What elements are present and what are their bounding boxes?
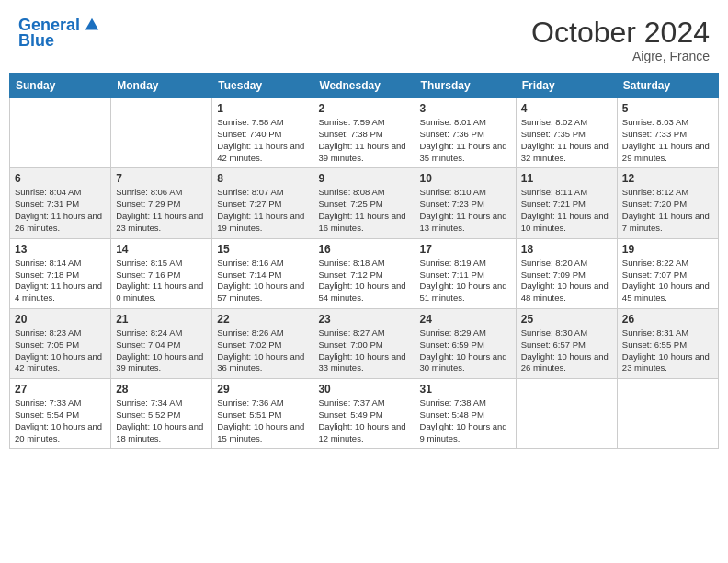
calendar-week-row: 6Sunrise: 8:04 AMSunset: 7:31 PMDaylight…: [10, 168, 719, 238]
day-number: 7: [116, 172, 207, 185]
svg-marker-0: [85, 18, 98, 30]
calendar-cell: 4Sunrise: 8:02 AMSunset: 7:35 PMDaylight…: [516, 98, 617, 168]
day-info: Sunrise: 8:08 AMSunset: 7:25 PMDaylight:…: [318, 187, 409, 234]
calendar-cell: 28Sunrise: 7:34 AMSunset: 5:52 PMDayligh…: [111, 379, 212, 449]
weekday-header: Monday: [111, 74, 212, 98]
day-number: 13: [15, 243, 106, 256]
day-number: 30: [318, 383, 409, 396]
day-info: Sunrise: 8:07 AMSunset: 7:27 PMDaylight:…: [217, 187, 308, 234]
day-info: Sunrise: 8:29 AMSunset: 6:59 PMDaylight:…: [420, 327, 511, 374]
calendar-cell: 27Sunrise: 7:33 AMSunset: 5:54 PMDayligh…: [10, 379, 111, 449]
calendar-cell: 11Sunrise: 8:11 AMSunset: 7:21 PMDayligh…: [516, 168, 617, 238]
day-number: 23: [318, 313, 409, 326]
day-number: 25: [521, 313, 612, 326]
calendar-cell: 29Sunrise: 7:36 AMSunset: 5:51 PMDayligh…: [212, 379, 313, 449]
day-number: 21: [116, 313, 207, 326]
day-info: Sunrise: 8:11 AMSunset: 7:21 PMDaylight:…: [521, 187, 612, 234]
day-info: Sunrise: 8:12 AMSunset: 7:20 PMDaylight:…: [622, 187, 713, 234]
day-info: Sunrise: 7:34 AMSunset: 5:52 PMDaylight:…: [116, 397, 207, 444]
day-info: Sunrise: 7:37 AMSunset: 5:49 PMDaylight:…: [318, 397, 409, 444]
day-number: 12: [622, 172, 713, 185]
logo-icon: [84, 17, 100, 33]
calendar-header-row: SundayMondayTuesdayWednesdayThursdayFrid…: [10, 74, 719, 98]
calendar-cell: 26Sunrise: 8:31 AMSunset: 6:55 PMDayligh…: [617, 308, 718, 378]
calendar-cell: 12Sunrise: 8:12 AMSunset: 7:20 PMDayligh…: [617, 168, 718, 238]
day-number: 2: [318, 102, 409, 115]
day-info: Sunrise: 8:10 AMSunset: 7:23 PMDaylight:…: [420, 187, 511, 234]
day-info: Sunrise: 8:16 AMSunset: 7:14 PMDaylight:…: [217, 258, 308, 304]
calendar-cell: 1Sunrise: 7:58 AMSunset: 7:40 PMDaylight…: [212, 98, 313, 168]
weekday-header: Thursday: [415, 74, 516, 98]
day-info: Sunrise: 8:22 AMSunset: 7:07 PMDaylight:…: [622, 258, 713, 304]
calendar-cell: 10Sunrise: 8:10 AMSunset: 7:23 PMDayligh…: [415, 168, 516, 238]
day-number: 31: [420, 383, 511, 396]
day-number: 17: [420, 243, 511, 256]
calendar-cell: 20Sunrise: 8:23 AMSunset: 7:05 PMDayligh…: [10, 308, 111, 378]
calendar-cell: 30Sunrise: 7:37 AMSunset: 5:49 PMDayligh…: [313, 379, 415, 449]
day-info: Sunrise: 7:58 AMSunset: 7:40 PMDaylight:…: [217, 117, 308, 164]
day-info: Sunrise: 8:20 AMSunset: 7:09 PMDaylight:…: [521, 258, 612, 304]
day-info: Sunrise: 7:36 AMSunset: 5:51 PMDaylight:…: [217, 397, 308, 444]
weekday-header: Saturday: [617, 74, 718, 98]
day-info: Sunrise: 8:24 AMSunset: 7:04 PMDaylight:…: [116, 327, 207, 374]
calendar-week-row: 13Sunrise: 8:14 AMSunset: 7:18 PMDayligh…: [10, 238, 719, 308]
weekday-header: Sunday: [10, 74, 111, 98]
calendar-cell: 19Sunrise: 8:22 AMSunset: 7:07 PMDayligh…: [617, 238, 718, 308]
weekday-header: Friday: [516, 74, 617, 98]
calendar-cell: 31Sunrise: 7:38 AMSunset: 5:48 PMDayligh…: [415, 379, 516, 449]
day-number: 18: [521, 243, 612, 256]
day-number: 28: [116, 383, 207, 396]
calendar-week-row: 1Sunrise: 7:58 AMSunset: 7:40 PMDaylight…: [10, 98, 719, 168]
day-info: Sunrise: 8:03 AMSunset: 7:33 PMDaylight:…: [622, 117, 713, 164]
calendar-cell: 25Sunrise: 8:30 AMSunset: 6:57 PMDayligh…: [516, 308, 617, 378]
day-number: 22: [217, 313, 308, 326]
day-info: Sunrise: 8:06 AMSunset: 7:29 PMDaylight:…: [116, 187, 207, 234]
day-number: 4: [521, 102, 612, 115]
day-info: Sunrise: 8:02 AMSunset: 7:35 PMDaylight:…: [521, 117, 612, 164]
calendar-cell: 6Sunrise: 8:04 AMSunset: 7:31 PMDaylight…: [10, 168, 111, 238]
day-number: 6: [15, 172, 106, 185]
day-number: 3: [420, 102, 511, 115]
day-number: 26: [622, 313, 713, 326]
day-info: Sunrise: 8:04 AMSunset: 7:31 PMDaylight:…: [15, 187, 106, 234]
calendar-cell: 17Sunrise: 8:19 AMSunset: 7:11 PMDayligh…: [415, 238, 516, 308]
title-block: October 2024 Aigre, France: [531, 17, 710, 63]
day-info: Sunrise: 8:30 AMSunset: 6:57 PMDaylight:…: [521, 327, 612, 374]
calendar-cell: [516, 379, 617, 449]
day-number: 8: [217, 172, 308, 185]
calendar-cell: 23Sunrise: 8:27 AMSunset: 7:00 PMDayligh…: [313, 308, 415, 378]
calendar-week-row: 27Sunrise: 7:33 AMSunset: 5:54 PMDayligh…: [10, 379, 719, 449]
calendar-cell: 2Sunrise: 7:59 AMSunset: 7:38 PMDaylight…: [313, 98, 415, 168]
day-number: 15: [217, 243, 308, 256]
location: Aigre, France: [531, 49, 710, 63]
day-number: 24: [420, 313, 511, 326]
day-number: 14: [116, 243, 207, 256]
day-number: 10: [420, 172, 511, 185]
calendar-cell: 9Sunrise: 8:08 AMSunset: 7:25 PMDaylight…: [313, 168, 415, 238]
day-info: Sunrise: 7:59 AMSunset: 7:38 PMDaylight:…: [318, 117, 409, 164]
day-number: 11: [521, 172, 612, 185]
day-number: 27: [15, 383, 106, 396]
page-header: General Blue October 2024 Aigre, France: [9, 9, 719, 69]
day-number: 9: [318, 172, 409, 185]
calendar-cell: 24Sunrise: 8:29 AMSunset: 6:59 PMDayligh…: [415, 308, 516, 378]
calendar-cell: 15Sunrise: 8:16 AMSunset: 7:14 PMDayligh…: [212, 238, 313, 308]
day-number: 1: [217, 102, 308, 115]
calendar-cell: [617, 379, 718, 449]
calendar-cell: 21Sunrise: 8:24 AMSunset: 7:04 PMDayligh…: [111, 308, 212, 378]
calendar-cell: 14Sunrise: 8:15 AMSunset: 7:16 PMDayligh…: [111, 238, 212, 308]
calendar-cell: 8Sunrise: 8:07 AMSunset: 7:27 PMDaylight…: [212, 168, 313, 238]
calendar-cell: 18Sunrise: 8:20 AMSunset: 7:09 PMDayligh…: [516, 238, 617, 308]
day-number: 5: [622, 102, 713, 115]
day-number: 19: [622, 243, 713, 256]
calendar-table: SundayMondayTuesdayWednesdayThursdayFrid…: [9, 73, 719, 449]
calendar-week-row: 20Sunrise: 8:23 AMSunset: 7:05 PMDayligh…: [10, 308, 719, 378]
calendar-cell: 7Sunrise: 8:06 AMSunset: 7:29 PMDaylight…: [111, 168, 212, 238]
calendar-cell: 16Sunrise: 8:18 AMSunset: 7:12 PMDayligh…: [313, 238, 415, 308]
day-info: Sunrise: 8:01 AMSunset: 7:36 PMDaylight:…: [420, 117, 511, 164]
day-number: 29: [217, 383, 308, 396]
calendar-cell: 3Sunrise: 8:01 AMSunset: 7:36 PMDaylight…: [415, 98, 516, 168]
month-title: October 2024: [531, 17, 710, 49]
day-info: Sunrise: 8:27 AMSunset: 7:00 PMDaylight:…: [318, 327, 409, 374]
calendar-cell: [10, 98, 111, 168]
